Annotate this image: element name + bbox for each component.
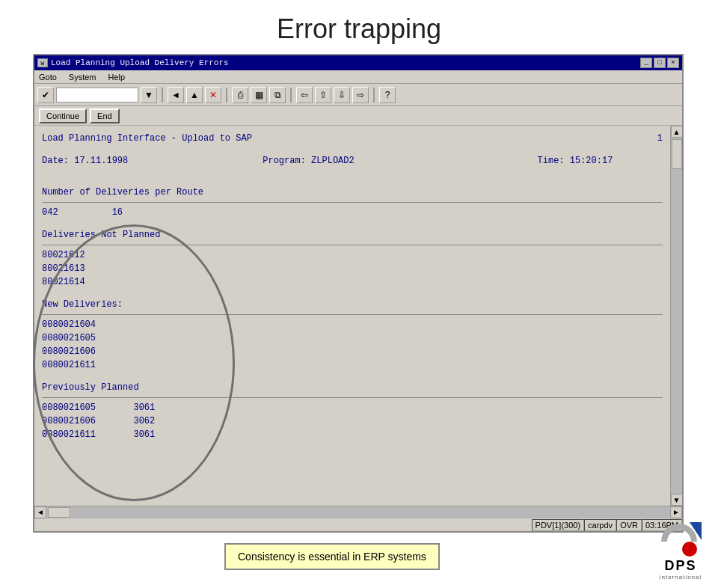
spacer-2: [42, 168, 663, 177]
program-value: ZLPLOAD2: [311, 156, 355, 166]
end-button[interactable]: End: [90, 108, 120, 123]
scroll-track-h[interactable]: [46, 506, 670, 518]
scroll-thumb-h[interactable]: [48, 507, 70, 518]
callout-text: Consistency is essential in ERP systems: [238, 551, 426, 563]
prev-code-1: 0080021605: [42, 402, 96, 413]
not-planned-3: 80021614: [42, 275, 663, 289]
checkmark-button[interactable]: ✔: [37, 87, 54, 103]
route-code: 042: [42, 207, 58, 218]
status-bar: PDV[1](300) carpdv OVR 03:16PM: [34, 518, 682, 531]
minimize-button[interactable]: _: [640, 58, 652, 68]
prev-num-3: 3061: [133, 429, 155, 440]
status-field-2: carpdv: [584, 519, 616, 531]
prev-code-2: 0080021606: [42, 416, 96, 426]
page-title: Error trapping: [0, 0, 718, 55]
route-count: 16: [112, 207, 123, 218]
scroll-thumb-v[interactable]: [672, 139, 682, 169]
command-input[interactable]: [56, 88, 138, 102]
toolbar: ✔ ▼ ◄ ▲ ✕ ⎙ ▦ ⧉ ⇦ ⇧ ⇩ ⇨ ?: [34, 84, 682, 106]
time-label: Time:: [538, 156, 565, 166]
close-button[interactable]: ×: [667, 58, 679, 68]
nav2-button[interactable]: ⇧: [315, 87, 331, 103]
print-button[interactable]: ⎙: [232, 87, 248, 103]
new-del-3: 0080021606: [42, 345, 663, 358]
date-program-time-line: Date: 17.11.1998 Program: ZLPLOAD2 Time:…: [42, 154, 663, 168]
status-field-3: OVR: [616, 519, 642, 531]
copy-button[interactable]: ⧉: [269, 87, 286, 103]
new-del-1: 0080021604: [42, 318, 663, 331]
new-del-2: 0080021605: [42, 331, 663, 345]
maximize-button[interactable]: □: [654, 58, 666, 68]
sap-window: W Load Planning Upload Delivery Errors _…: [33, 54, 684, 533]
nav3-button[interactable]: ⇩: [334, 87, 350, 103]
new-del-4: 0080021611: [42, 358, 663, 372]
program-label: Program:: [263, 156, 306, 166]
section2-title: Deliveries Not Planned: [42, 228, 663, 242]
nav1-button[interactable]: ⇦: [296, 87, 313, 103]
prev-planned-3: 0080021611 3061: [42, 428, 663, 441]
header-num: 1: [657, 132, 663, 145]
title-bar-left: W Load Planning Upload Delivery Errors: [37, 58, 229, 67]
header-text: Load Planning Interface - Upload to SAP: [42, 132, 252, 145]
content-area: Load Planning Interface - Upload to SAP …: [34, 126, 682, 506]
window-title: Load Planning Upload Delivery Errors: [51, 58, 229, 67]
up-button[interactable]: ▲: [186, 87, 203, 103]
spacer-1: [42, 145, 663, 154]
continue-button[interactable]: Continue: [39, 108, 87, 123]
scroll-right-button[interactable]: ►: [670, 506, 682, 518]
divider-4: [42, 397, 663, 398]
help-button[interactable]: ?: [379, 87, 396, 103]
spacer-4: [42, 219, 663, 228]
dps-logo: DPS international: [658, 519, 703, 581]
scroll-track-v[interactable]: [671, 138, 682, 494]
vertical-scrollbar[interactable]: ▲ ▼: [670, 126, 682, 506]
main-content: Load Planning Interface - Upload to SAP …: [34, 126, 670, 506]
prev-planned-1: 0080021605 3061: [42, 401, 663, 414]
toolbar-separator-4: [373, 88, 375, 102]
menu-system[interactable]: System: [69, 73, 96, 82]
title-bar-controls[interactable]: _ □ ×: [640, 58, 679, 68]
divider-2: [42, 245, 663, 245]
dps-shapes: [658, 519, 703, 557]
divider-3: [42, 314, 663, 315]
horizontal-scrollbar[interactable]: ◄ ►: [34, 506, 682, 518]
save-button[interactable]: ▦: [251, 87, 267, 103]
spacer-6: [42, 372, 663, 381]
spacer-5: [42, 289, 663, 298]
window-icon: W: [37, 58, 48, 67]
toolbar-separator-2: [226, 88, 227, 102]
scroll-down-button[interactable]: ▼: [671, 494, 683, 506]
route-line: 042 16: [42, 206, 663, 219]
prev-num-1: 3061: [133, 402, 155, 413]
date-value: 17.11.1998: [74, 156, 128, 166]
time-value: 15:20:17: [570, 156, 613, 166]
prev-code-3: 0080021611: [42, 429, 96, 440]
section4-title: Previously Planned: [42, 381, 663, 394]
spacer-3: [42, 177, 663, 186]
callout-box: Consistency is essential in ERP systems: [224, 543, 440, 570]
not-planned-2: 80021613: [42, 262, 663, 275]
section1-title: Number of Deliveries per Route: [42, 186, 663, 199]
svg-point-1: [682, 542, 697, 557]
dropdown-button[interactable]: ▼: [141, 87, 157, 103]
back-button[interactable]: ◄: [168, 87, 184, 103]
dps-sub-label: international: [660, 574, 702, 581]
scroll-up-button[interactable]: ▲: [671, 126, 683, 138]
dps-text-label: DPS: [664, 558, 696, 574]
divider-1: [42, 202, 663, 203]
nav4-button[interactable]: ⇨: [352, 87, 369, 103]
menu-help[interactable]: Help: [108, 73, 126, 82]
toolbar-separator-1: [162, 88, 163, 102]
dps-graphic: [658, 519, 703, 557]
status-field-1: PDV[1](300): [532, 519, 585, 531]
scroll-left-button[interactable]: ◄: [34, 506, 46, 518]
prev-planned-2: 0080021606 3062: [42, 414, 663, 428]
not-planned-1: 80021612: [42, 248, 663, 262]
menu-goto[interactable]: Goto: [39, 73, 57, 82]
section3-title: New Deliveries:: [42, 298, 663, 311]
cancel-button[interactable]: ✕: [205, 87, 221, 103]
prev-num-2: 3062: [133, 416, 155, 426]
menu-bar: Goto System Help: [34, 70, 682, 84]
action-bar: Continue End: [34, 106, 682, 126]
date-label: Date:: [42, 156, 69, 166]
